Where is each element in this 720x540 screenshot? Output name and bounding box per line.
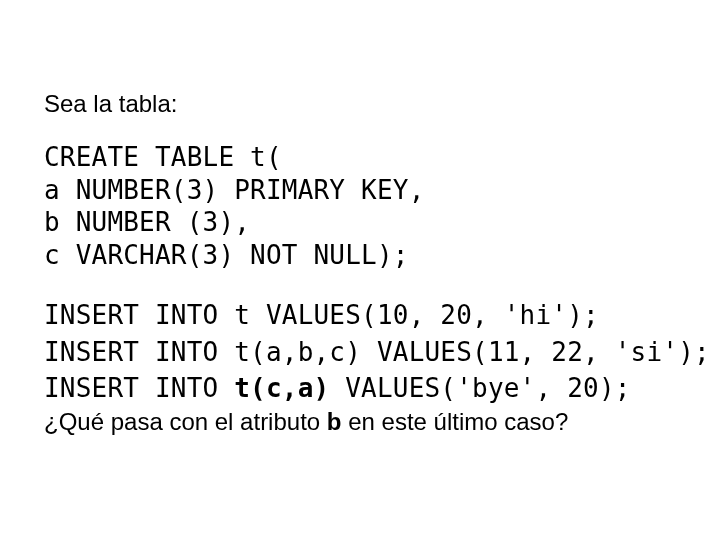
insert-block: INSERT INTO t VALUES(10, 20, 'hi'); INSE…: [44, 297, 676, 406]
code-line: a NUMBER(3) PRIMARY KEY,: [44, 175, 424, 205]
code-line: VALUES('bye', 20);: [329, 373, 630, 403]
highlight-columns: t(c,a): [234, 373, 329, 403]
intro-text: Sea la tabla:: [44, 88, 676, 119]
question-bold-b: b: [327, 408, 342, 435]
create-table-block: CREATE TABLE t( a NUMBER(3) PRIMARY KEY,…: [44, 141, 676, 271]
slide-content: Sea la tabla: CREATE TABLE t( a NUMBER(3…: [0, 0, 720, 436]
question-part: ¿Qué pasa con el atributo: [44, 408, 327, 435]
code-line: INSERT INTO t VALUES(10, 20, 'hi');: [44, 300, 599, 330]
code-line: INSERT INTO t(a,b,c) VALUES(11, 22, 'si'…: [44, 337, 710, 367]
question-text: ¿Qué pasa con el atributo b en este últi…: [44, 408, 676, 436]
question-part: en este último caso?: [342, 408, 569, 435]
code-line: CREATE TABLE t(: [44, 142, 282, 172]
code-line: c VARCHAR(3) NOT NULL);: [44, 240, 409, 270]
code-line: b NUMBER (3),: [44, 207, 250, 237]
code-line: INSERT INTO: [44, 373, 234, 403]
